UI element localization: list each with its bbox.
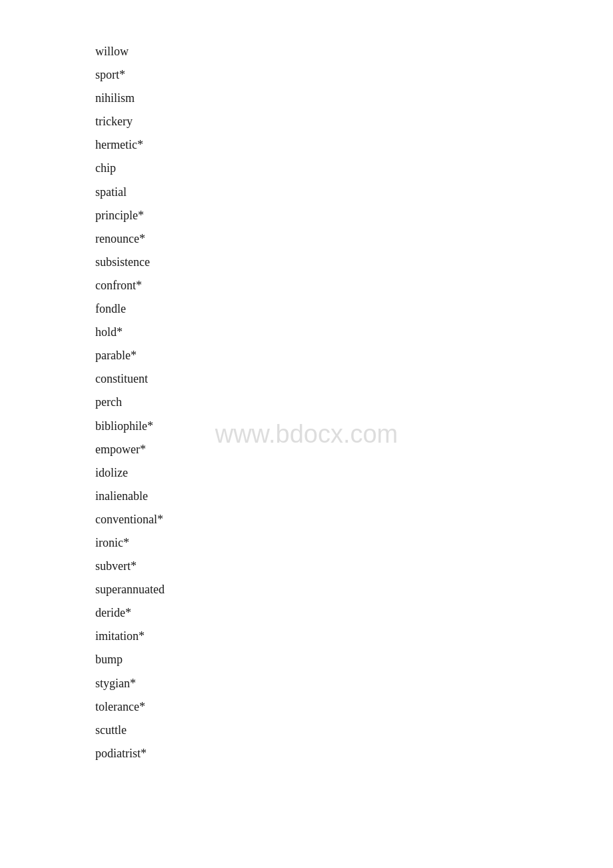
list-item: conventional*: [95, 508, 613, 531]
list-item: stygian*: [95, 672, 613, 695]
list-item: hold*: [95, 321, 613, 344]
list-item: tolerance*: [95, 695, 613, 719]
list-item: imitation*: [95, 625, 613, 648]
list-item: spatial: [95, 181, 613, 204]
list-item: inalienable: [95, 485, 613, 508]
list-item: renounce*: [95, 227, 613, 251]
list-item: deride*: [95, 601, 613, 625]
list-item: trickery: [95, 110, 613, 133]
list-item: idolize: [95, 461, 613, 485]
list-item: fondle: [95, 297, 613, 321]
list-item: superannuated: [95, 578, 613, 601]
list-item: bump: [95, 648, 613, 671]
list-item: ironic*: [95, 531, 613, 555]
list-item: principle*: [95, 204, 613, 227]
list-item: confront*: [95, 274, 613, 297]
list-item: sport*: [95, 63, 613, 87]
list-item: subsistence: [95, 251, 613, 274]
list-item: willow: [95, 40, 613, 63]
list-item: constituent: [95, 367, 613, 391]
list-item: empower*: [95, 438, 613, 461]
list-item: perch: [95, 391, 613, 414]
list-item: scuttle: [95, 719, 613, 742]
list-item: nihilism: [95, 87, 613, 110]
list-item: subvert*: [95, 555, 613, 578]
list-item: chip: [95, 157, 613, 180]
list-item: parable*: [95, 344, 613, 367]
word-list: willowsport*nihilismtrickeryhermetic*chi…: [0, 0, 613, 805]
list-item: hermetic*: [95, 133, 613, 157]
list-item: podiatrist*: [95, 742, 613, 765]
list-item: bibliophile*: [95, 415, 613, 438]
